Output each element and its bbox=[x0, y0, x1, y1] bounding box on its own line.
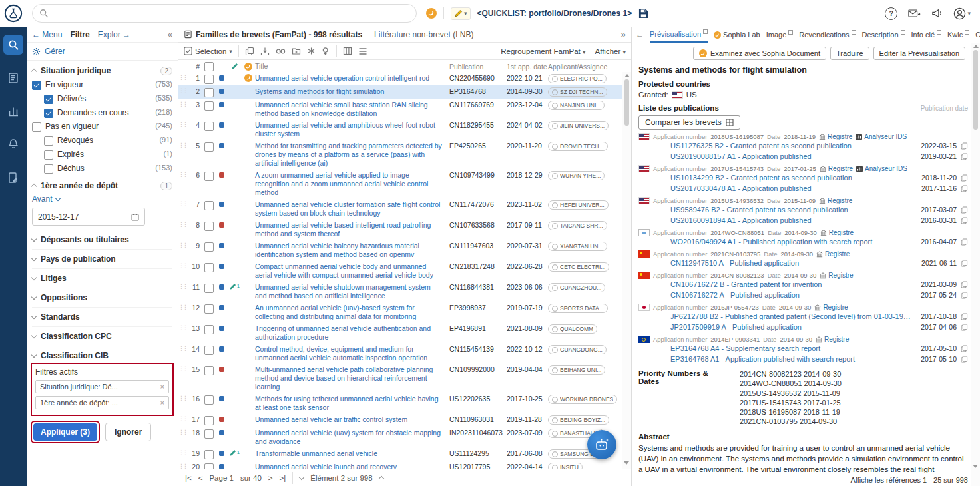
result-row[interactable]: ⋮⋮ 6 A zoom unmanned aerial vehicle appl… bbox=[178, 169, 622, 198]
scroll-down-icon[interactable] bbox=[973, 465, 978, 468]
result-row[interactable]: ⋮⋮ 7 Unmanned aerial vehicle cluster for… bbox=[178, 198, 622, 219]
account-menu[interactable]: ▾ bbox=[953, 7, 971, 20]
row-checkbox[interactable] bbox=[204, 88, 214, 97]
checkbox[interactable] bbox=[44, 109, 53, 118]
drag-handle[interactable]: ⋮⋮ bbox=[178, 395, 185, 401]
filter-chip[interactable]: 1ère année de dépôt: ... × bbox=[35, 396, 169, 409]
drag-handle[interactable]: ⋮⋮ bbox=[178, 262, 185, 269]
row-checkbox[interactable] bbox=[204, 284, 214, 293]
filter-checkbox-row[interactable]: Révoqués (91) bbox=[32, 134, 172, 148]
drag-handle[interactable]: ⋮⋮ bbox=[178, 171, 185, 178]
collapse-panel-icon[interactable]: « bbox=[168, 29, 172, 39]
applicant-chip[interactable]: GUANGDONG... bbox=[548, 345, 607, 354]
applicant-chip[interactable]: CETC ELECTRI... bbox=[548, 262, 609, 272]
copy-icon[interactable] bbox=[961, 174, 968, 182]
next-element-icon[interactable] bbox=[378, 475, 383, 481]
filter-section-filing-year[interactable]: 1ère année de dépôt 1 bbox=[32, 181, 172, 190]
column-header-applicant[interactable]: Applicant/Assignee bbox=[548, 63, 620, 71]
registre-link[interactable]: Registre bbox=[819, 197, 852, 204]
drag-handle[interactable]: ⋮⋮ bbox=[178, 101, 185, 107]
copy-icon[interactable] bbox=[961, 238, 968, 246]
result-row[interactable]: ⋮⋮ 18 Unmanned aerial vehicle (uav) syst… bbox=[178, 427, 622, 447]
column-header-title[interactable]: Title bbox=[255, 62, 449, 71]
publication-link[interactable]: US10134299 B2 - Granted patent as second… bbox=[670, 174, 914, 182]
publication-link[interactable]: JP6212788 B2 - Published granted patent … bbox=[670, 312, 914, 320]
applicant-chip[interactable]: BEIJING BOYIZ... bbox=[548, 415, 609, 425]
copy-icon[interactable] bbox=[961, 324, 968, 331]
row-checkbox[interactable] bbox=[204, 366, 214, 375]
save-icon[interactable] bbox=[638, 9, 648, 19]
result-row[interactable]: ⋮⋮ 20 Unmanned aerial vehicle launch and… bbox=[178, 461, 622, 469]
result-title-link[interactable]: Unmanned aerial vehicle balcony hazardou… bbox=[255, 242, 449, 259]
result-row[interactable]: ⋮⋮ 8 Unmanned aerial vehicle-based intel… bbox=[178, 219, 622, 240]
prev-page-button[interactable]: < bbox=[198, 474, 203, 482]
copy-icon[interactable] bbox=[961, 142, 968, 150]
manage-filters-link[interactable]: Gérer bbox=[27, 43, 178, 61]
applicant-chip[interactable]: SPORTS DATA... bbox=[548, 304, 608, 313]
tab-fampat[interactable]: Familles de brevets (FamPat) - 998 résul… bbox=[184, 30, 362, 39]
applicant-chip[interactable]: HEFEI UNIVER... bbox=[548, 200, 609, 210]
result-row[interactable]: ⋮⋮ 2 Systems and methods for flight simu… bbox=[178, 85, 622, 99]
publication-link[interactable]: JP2017509919 A - Published application bbox=[670, 323, 914, 331]
result-title-link[interactable]: Control method, device, equipment and me… bbox=[255, 345, 449, 362]
result-title-link[interactable]: Unmanned aerial vehicle-based intelligen… bbox=[255, 221, 449, 238]
applicant-chip[interactable]: SZ DJI TECHN... bbox=[548, 87, 607, 97]
export-icon[interactable] bbox=[260, 47, 270, 56]
highlighter-button[interactable]: ▾ bbox=[451, 7, 471, 20]
publication-link[interactable]: CN112947510 A - Published application bbox=[670, 259, 914, 267]
scrollbar-thumb[interactable] bbox=[973, 50, 978, 130]
preview-tab[interactable]: Cit. bbox=[975, 27, 980, 43]
publication-link[interactable]: US20190088157 A1 - Application published bbox=[670, 152, 914, 160]
copy-icon[interactable] bbox=[245, 47, 254, 56]
star-annotation-icon[interactable] bbox=[307, 47, 316, 55]
filter-section[interactable]: Pays de publication bbox=[32, 249, 172, 268]
result-title-link[interactable]: Transformable unmanned aerial vehicle bbox=[255, 449, 449, 458]
drag-handle[interactable]: ⋮⋮ bbox=[178, 449, 185, 456]
filter-section[interactable]: Litiges bbox=[32, 268, 172, 288]
applicant-chip[interactable]: BEIHANG UNI... bbox=[548, 365, 605, 375]
drag-handle[interactable]: ⋮⋮ bbox=[178, 324, 185, 331]
row-checkbox[interactable] bbox=[204, 450, 214, 459]
result-row[interactable]: ⋮⋮ 16 Methods for using tethered unmanne… bbox=[178, 393, 622, 413]
result-row[interactable]: ⋮⋮ 14 Control method, device, equipment … bbox=[178, 343, 622, 364]
row-checkbox[interactable] bbox=[204, 75, 214, 84]
copy-icon[interactable] bbox=[961, 292, 968, 299]
preview-tab[interactable]: Image bbox=[766, 27, 794, 43]
drag-handle[interactable]: ⋮⋮ bbox=[178, 283, 185, 290]
prev-element-icon[interactable] bbox=[299, 474, 304, 479]
applicant-chip[interactable]: INSITU bbox=[548, 463, 583, 469]
filter-checkbox-row[interactable]: Délivrés (535) bbox=[32, 92, 172, 106]
result-title-link[interactable]: Triggering of unmanned aerial vehicle au… bbox=[255, 324, 449, 342]
applicant-chip[interactable]: JILIN UNIVERS... bbox=[548, 121, 609, 130]
publication-link[interactable]: EP3164768 A1 - Application published wit… bbox=[670, 355, 914, 363]
drag-handle[interactable]: ⋮⋮ bbox=[178, 87, 185, 94]
applicant-chip[interactable]: ELECTRIC PO... bbox=[548, 74, 607, 83]
scrollbar-thumb[interactable] bbox=[624, 79, 629, 126]
link-icon[interactable] bbox=[276, 47, 286, 56]
drag-handle[interactable]: ⋮⋮ bbox=[178, 74, 185, 81]
preview-tab[interactable]: Sophia Lab bbox=[714, 27, 760, 43]
result-title-link[interactable]: A zoom unmanned aerial vehicle applied t… bbox=[255, 171, 449, 197]
result-title-link[interactable]: Unmanned aerial vehicle launch and recov… bbox=[255, 463, 449, 469]
drag-handle[interactable]: ⋮⋮ bbox=[178, 429, 185, 435]
last-page-button[interactable]: >| bbox=[280, 474, 286, 482]
ids-analyzer-link[interactable]: Analyseur IDS bbox=[856, 165, 907, 172]
row-checkbox[interactable] bbox=[204, 222, 214, 231]
publication-link[interactable]: US11276325 B2 - Granted patent as second… bbox=[670, 142, 914, 150]
result-row[interactable]: ⋮⋮ 11 1 Unmanned aerial vehicle shutdown… bbox=[178, 281, 622, 302]
row-checkbox[interactable] bbox=[204, 304, 214, 314]
result-row[interactable]: ⋮⋮ 10 Compact unmanned aerial vehicle bo… bbox=[178, 260, 622, 281]
filter-section[interactable]: Classification CPC bbox=[32, 326, 172, 346]
copy-icon[interactable] bbox=[961, 345, 968, 352]
checkbox[interactable] bbox=[32, 122, 41, 132]
operator-select[interactable]: Avant bbox=[32, 193, 172, 208]
filter-section[interactable]: Classification CIB bbox=[32, 346, 172, 365]
result-title-link[interactable]: Methods for using tethered unmanned aeri… bbox=[255, 395, 449, 412]
copy-icon[interactable] bbox=[961, 281, 968, 288]
result-row[interactable]: ⋮⋮ 19 1 Transformable unmanned aerial ve… bbox=[178, 447, 622, 461]
results-scrollbar[interactable] bbox=[622, 72, 631, 469]
copy-icon[interactable] bbox=[961, 260, 968, 267]
row-checkbox[interactable] bbox=[204, 201, 214, 210]
publication-link[interactable]: US20170330478 A1 - Application published bbox=[670, 184, 914, 192]
preview-tab[interactable]: Kwic bbox=[947, 27, 969, 43]
